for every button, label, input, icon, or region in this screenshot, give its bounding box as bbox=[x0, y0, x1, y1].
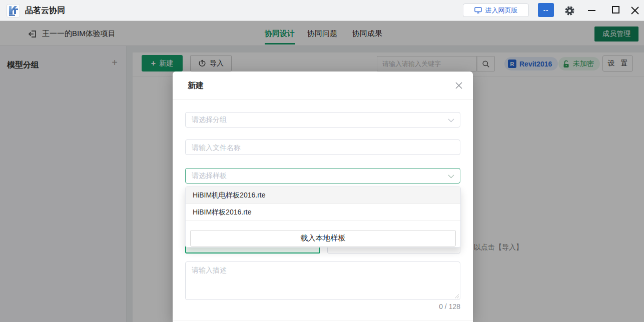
enter-web-version-button[interactable]: 进入网页版 bbox=[463, 4, 529, 17]
dialog-title: 新建 bbox=[188, 80, 204, 91]
template-option-2[interactable]: HiBIM样板2016.rte bbox=[186, 204, 460, 221]
avatar-label: -- bbox=[543, 6, 549, 14]
filename-input[interactable] bbox=[185, 140, 460, 155]
load-local-template-button[interactable]: 载入本地样板 bbox=[190, 230, 456, 246]
template-option-1[interactable]: HiBIM机电样板2016.rte bbox=[186, 187, 460, 204]
window-minimize-button[interactable] bbox=[584, 4, 598, 17]
template-dropdown: HiBIM机电样板2016.rte HiBIM样板2016.rte 载入本地样板 bbox=[185, 186, 461, 248]
minimize-icon bbox=[588, 10, 595, 11]
titlebar: 品茗云协同 进入网页版 -- bbox=[0, 0, 644, 21]
app-logo-icon bbox=[7, 4, 20, 18]
app-window: 品茗云协同 进入网页版 -- bbox=[0, 0, 644, 322]
enter-web-version-label: 进入网页版 bbox=[485, 6, 518, 15]
dialog-close-button[interactable] bbox=[453, 80, 465, 92]
chevron-down-icon bbox=[448, 174, 454, 178]
group-select-placeholder: 请选择分组 bbox=[192, 116, 227, 124]
user-avatar[interactable]: -- bbox=[538, 3, 554, 17]
group-select[interactable]: 请选择分组 bbox=[185, 112, 460, 128]
settings-gear-button[interactable] bbox=[564, 4, 575, 16]
gear-icon bbox=[564, 6, 575, 16]
app-title: 品茗云协同 bbox=[25, 6, 65, 16]
monitor-icon bbox=[474, 7, 482, 14]
dialog-header-divider bbox=[173, 100, 473, 100]
new-file-dialog: 新建 请选择分组 请选择样板 bbox=[173, 72, 473, 322]
window-maximize-button[interactable] bbox=[612, 6, 619, 14]
dialog-footer-divider bbox=[173, 320, 473, 320]
close-icon bbox=[455, 82, 463, 90]
description-textarea[interactable] bbox=[185, 262, 460, 300]
template-select[interactable]: 请选择样板 bbox=[185, 168, 460, 184]
window-close-button[interactable] bbox=[629, 4, 641, 17]
template-select-placeholder: 请选择样板 bbox=[192, 172, 227, 180]
char-counter: 0 / 128 bbox=[185, 302, 460, 310]
close-icon bbox=[629, 4, 641, 17]
chevron-down-icon bbox=[448, 118, 454, 122]
